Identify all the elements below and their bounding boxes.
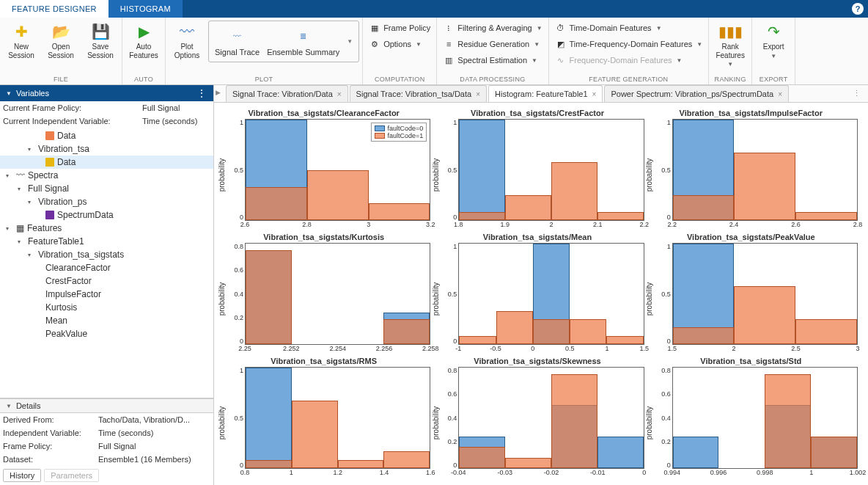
tree-item-full-signal[interactable]: ▾Full Signal [0,182,213,195]
tree-item-clearancefactor[interactable]: ClearanceFactor [0,261,213,274]
histogram-bar [734,153,795,220]
plot-axes[interactable]: faultCode=0faultCode=1 [245,119,430,221]
doc-tab-0[interactable]: Signal Trace: Vibration/Data× [226,85,348,102]
histogram-chart-6: Vibration_tsa_sigstats/RMSprobability10.… [217,357,430,481]
close-icon[interactable]: × [337,90,342,98]
doc-tab-2[interactable]: Histogram: FeatureTable1× [488,85,603,102]
y-axis-label: probability [645,158,653,192]
spectral-estimation-button[interactable]: ▥Spectral Estimation▼ [440,53,545,68]
tree-item-spectra[interactable]: ▾〰Spectra [0,169,213,182]
histogram-bar [505,458,551,468]
save-session-button[interactable]: 💾Save Session [82,21,119,61]
help-button[interactable]: ? [847,0,868,18]
variables-menu-icon[interactable]: ⋮ [196,87,207,99]
new-session-button[interactable]: ✚New Session [3,21,40,61]
doc-tab-label: Power Spectrum: Vibration_ps/SpectrumDat… [611,90,773,98]
y-axis-label: probability [432,406,440,440]
histogram-bar [765,374,811,468]
plot-axes[interactable] [245,243,430,345]
time-frequency-features-button[interactable]: ◩Time-Frequency-Domain Features▼ [552,37,706,51]
histogram-bar [606,336,643,344]
auto-features-button[interactable]: ▶Auto Features [125,21,162,61]
doc-tab-3[interactable]: Power Spectrum: Vibration_ps/SpectrumDat… [604,85,789,102]
tab-histogram[interactable]: HISTOGRAM [108,0,183,18]
chart-legend: faultCode=0faultCode=1 [371,123,427,142]
tree-item-mean[interactable]: Mean [0,314,213,327]
x-ticks: 1.81.922.12.2 [458,221,644,231]
tree-item-featuretable1[interactable]: ▾FeatureTable1 [0,235,213,248]
histogram-bar [338,460,384,468]
tree-item-vibration-ps[interactable]: ▾Vibration_ps [0,195,213,208]
tree-item-kurtosis[interactable]: Kurtosis [0,301,213,314]
tree-item-data[interactable]: Data [0,129,213,142]
residue-generation-button[interactable]: ≡Residue Generation▼ [440,37,545,51]
tree-item-features[interactable]: ▾▦Features [0,222,213,235]
histogram-bar [459,120,505,220]
ribbon-group-plot-label: PLOT [169,76,359,84]
plot-gallery[interactable]: 〰Signal Trace ≣Ensemble Summary ▼ [208,21,359,62]
variables-panel-header[interactable]: ▼Variables⋮ [0,85,213,101]
tree-item-vibration-tsa[interactable]: ▾Vibration_tsa [0,142,213,156]
y-axis-label: probability [218,406,227,440]
histogram-bar [307,170,369,221]
dataset-label: Dataset: [3,455,98,464]
close-icon[interactable]: × [476,90,480,98]
histogram-bar [459,336,496,344]
chart-title: Vibration_tsa_sigstats/ClearanceFactor [217,109,430,117]
ribbon-group-file-label: FILE [3,76,119,84]
doc-tab-1[interactable]: Signal Trace: Vibration_tsa/Data× [350,85,487,102]
filtering-averaging-button[interactable]: ⫶Filtering & Averaging▼ [440,21,545,35]
plot-axes[interactable] [458,119,644,221]
x-ticks: -0.04-0.03-0.02-0.010 [458,469,644,479]
time-domain-features-button[interactable]: ⏱Time-Domain Features▼ [552,21,706,35]
histogram-bar [597,212,644,220]
chart-title: Vibration_tsa_sigstats/Mean [430,233,644,241]
tab-feature-designer[interactable]: FEATURE DESIGNER [0,0,108,18]
x-ticks: 0.9940.9960.99811.002 [672,469,858,479]
details-history-tab[interactable]: History [3,469,41,482]
current-frame-policy-value: Full Signal [142,103,180,112]
doc-tab-label: Histogram: FeatureTable1 [495,90,588,98]
plot-axes[interactable] [458,367,644,469]
y-axis-label: probability [432,282,440,316]
plot-axes[interactable] [245,367,430,469]
document-area: Signal Trace: Vibration/Data×Signal Trac… [214,85,868,485]
document-tabstrip: Signal Trace: Vibration/Data×Signal Trac… [214,85,868,103]
doc-tabs-menu-icon[interactable]: ⋮ [845,85,868,102]
time-domain-icon: ⏱ [555,22,567,34]
plot-axes[interactable] [672,119,858,221]
histogram-bar [459,447,505,468]
doc-tab-label: Signal Trace: Vibration/Data [232,90,333,98]
options-button[interactable]: ⚙Options▼ [366,37,433,51]
close-icon[interactable]: × [778,90,782,98]
derived-from-label: Derived From: [3,415,98,424]
y-axis-label: probability [645,406,653,440]
dataset-value: Ensemble1 (16 Members) [98,455,191,464]
plot-axes[interactable] [672,367,858,469]
tree-item-peakvalue[interactable]: PeakValue [0,327,213,340]
tree-item-sigstats[interactable]: ▾Vibration_tsa_sigstats [0,248,213,261]
spectra-icon: 〰 [16,170,25,180]
export-button[interactable]: ↷Export▼ [755,21,792,61]
histogram-bar [246,187,307,220]
plot-axes[interactable] [458,243,644,345]
x-ticks: 0.811.21.41.6 [245,469,430,479]
close-icon[interactable]: × [592,90,597,98]
tree-item-crestfactor[interactable]: CrestFactor [0,274,213,288]
histogram-chart-1: Vibration_tsa_sigstats/CrestFactorprobab… [430,109,644,233]
y-ticks: 10.50 [655,119,672,221]
tree-item-impulsefactor[interactable]: ImpulseFactor [0,288,213,301]
plot-axes[interactable] [672,243,858,345]
histogram-bar [383,319,430,344]
tree-item-data-selected[interactable]: Data [0,156,213,169]
open-session-button[interactable]: 📂Open Session [43,21,79,61]
frame-policy-button[interactable]: ▦Frame Policy [366,21,433,35]
plot-options-button[interactable]: 〰Plot Options [169,21,205,61]
details-panel-header[interactable]: ▼Details [0,398,213,413]
rank-features-button[interactable]: ▮▮▮Rank Features▼ [712,21,749,69]
spectral-icon: ▥ [443,54,455,66]
y-axis-label: probability [218,158,227,192]
details-indep-var-label: Independent Variable: [3,429,98,437]
tree-item-spectrumdata[interactable]: SpectrumData [0,208,213,222]
variables-tree[interactable]: Data ▾Vibration_tsa Data ▾〰Spectra ▾Full… [0,128,213,398]
